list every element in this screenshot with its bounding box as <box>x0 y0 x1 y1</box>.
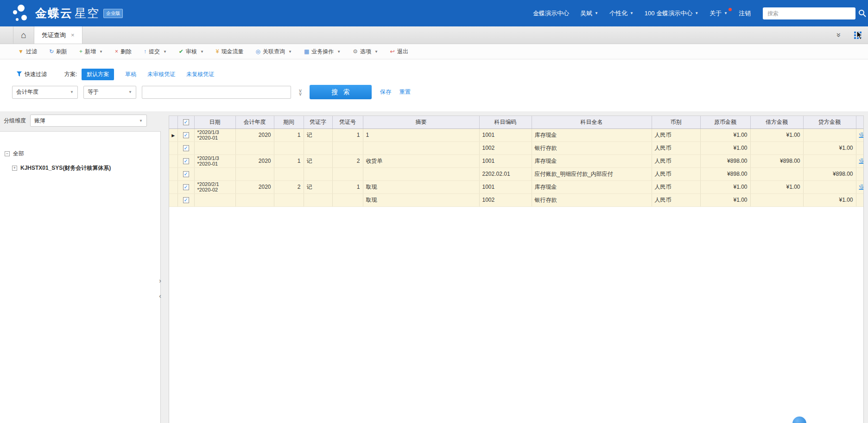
select-all-header[interactable]: ✓ <box>177 116 194 128</box>
row-indicator-cell <box>169 141 177 154</box>
home-tab[interactable]: ⌂ <box>13 26 34 44</box>
table-row[interactable]: ✓*2020/1/3*2020-0120201记2收货单1001库存现金人民币¥… <box>169 154 864 167</box>
header-nav-item[interactable]: 吴斌▼ <box>580 9 598 18</box>
row-checkbox[interactable]: ✓ <box>183 158 189 164</box>
toolbar-button-operation[interactable]: ▦业务操作▼ <box>298 48 347 56</box>
toolbar-button-delete[interactable]: ×删除 <box>109 48 138 56</box>
toolbar-button-audit[interactable]: ✔审核▼ <box>173 48 210 56</box>
group-dimension-select[interactable]: 账簿 ▼ <box>30 115 147 127</box>
toolbar-button-funnel[interactable]: ▼过滤 <box>12 48 43 56</box>
toolbar-button-label: 审核 <box>186 48 197 56</box>
cell-date <box>194 141 235 154</box>
header-nav-item[interactable]: 金蝶演示中心 <box>533 9 569 18</box>
scheme-link[interactable]: 草稿 <box>125 70 136 78</box>
tree-item-label: 全部 <box>13 150 24 158</box>
column-header[interactable]: 币别 <box>652 116 700 128</box>
row-indicator-cell <box>169 154 177 167</box>
search-icon[interactable] <box>858 9 866 17</box>
column-header[interactable]: 凭证号 <box>332 116 363 128</box>
quick-filter-link[interactable]: 快速过滤 <box>17 70 47 78</box>
column-header[interactable]: 期间 <box>274 116 304 128</box>
header-nav-item[interactable]: 注销 <box>739 9 751 18</box>
cell-fiscal-year <box>235 167 274 180</box>
column-header[interactable]: 摘要 <box>363 116 479 128</box>
panel-expand-icon[interactable]: ‹ <box>159 292 161 299</box>
apps-grid-icon[interactable] <box>854 32 862 39</box>
scheme-chip-active[interactable]: 默认方案 <box>82 69 114 80</box>
cell-debit-amount: ¥898.00 <box>750 154 803 167</box>
toolbar-button-link-search[interactable]: ◎关联查询▼ <box>250 48 298 56</box>
column-header[interactable]: 原币金额 <box>700 116 750 128</box>
column-header[interactable]: 科目全名 <box>532 116 652 128</box>
save-scheme-link[interactable]: 保存 <box>380 88 391 96</box>
tree-item[interactable]: −全部 <box>0 147 160 161</box>
table-row[interactable]: ✓*2020/2/1*2020-0220202记1取现1001库存现金人民币¥1… <box>169 180 864 193</box>
cell-account-name: 库存现金 <box>532 128 652 141</box>
toolbar-button-label: 删除 <box>120 48 132 56</box>
quick-filter-label: 快速过滤 <box>25 70 47 78</box>
tree-expander-icon[interactable]: + <box>12 166 17 171</box>
field-select[interactable]: 会计年度 ▼ <box>12 86 78 99</box>
collapse-tabs-icon[interactable]: » <box>835 33 843 37</box>
toolbar-button-submit[interactable]: ↑提交▼ <box>138 48 173 56</box>
column-header[interactable]: 会计年度 <box>235 116 274 128</box>
toolbar-button-refresh[interactable]: ↻刷新 <box>43 48 73 56</box>
toolbar-button-plus[interactable]: +新增▼ <box>73 48 109 56</box>
row-select-cell[interactable]: ✓ <box>177 141 194 154</box>
table-row[interactable]: ✓2202.02.01应付账款_明细应付款_内部应付人民币¥898.00¥898… <box>169 167 864 180</box>
column-header[interactable]: 科目编码 <box>479 116 532 128</box>
row-checkbox[interactable]: ✓ <box>183 184 189 190</box>
toolbar-button-options[interactable]: ⚙选项▼ <box>347 48 384 56</box>
select-all-checkbox[interactable]: ✓ <box>183 119 189 125</box>
row-select-cell[interactable]: ✓ <box>177 167 194 180</box>
search-button[interactable]: 搜索 <box>310 85 372 99</box>
operator-select[interactable]: 等于 ▼ <box>83 86 136 99</box>
toolbar-button-cash[interactable]: ¥现金流量 <box>210 48 250 56</box>
expand-filter-icon[interactable]: ∨∨ <box>298 89 302 96</box>
tab-close-icon[interactable]: × <box>71 32 75 38</box>
header-nav-item[interactable]: 关于▼ <box>710 9 728 18</box>
toolbar-button-exit[interactable]: ↩退出 <box>384 48 414 56</box>
cell-account-name: 银行存款 <box>532 193 652 206</box>
tree-item-label: KJHSTX01_SYS(财务会计核算体系) <box>20 164 111 172</box>
row-select-cell[interactable]: ✓ <box>177 193 194 206</box>
tree-expander-icon[interactable]: − <box>5 151 10 156</box>
column-header[interactable]: 借方金额 <box>750 116 803 128</box>
row-select-cell[interactable]: ✓ <box>177 154 194 167</box>
table-row[interactable]: ✓取现1002银行存款人民币¥1.00¥1.00 <box>169 193 864 206</box>
cell-debit-amount <box>750 141 803 154</box>
table-row[interactable]: ▶✓*2020/1/3*2020-0120201记111001库存现金人民币¥1… <box>169 128 864 141</box>
account-book-tree: −全部+KJHSTX01_SYS(财务会计核算体系) <box>0 131 161 423</box>
row-select-cell[interactable]: ✓ <box>177 180 194 193</box>
cell-period <box>274 141 304 154</box>
filter-value-input[interactable] <box>142 86 291 99</box>
clipped-link[interactable]: 业 <box>859 132 864 138</box>
voucher-table: ✓日期会计年度期间凭证字凭证号摘要科目编码科目全名币别原币金额借方金额贷方金额 … <box>169 116 864 207</box>
column-header[interactable]: 贷方金额 <box>803 116 856 128</box>
row-checkbox[interactable]: ✓ <box>183 197 189 203</box>
row-checkbox[interactable]: ✓ <box>183 132 189 138</box>
panel-collapse-icon[interactable]: › <box>159 277 161 284</box>
reset-link[interactable]: 重置 <box>399 88 411 96</box>
funnel-icon <box>17 71 22 78</box>
cell-currency: 人民币 <box>652 167 700 180</box>
row-checkbox[interactable]: ✓ <box>183 145 189 151</box>
row-select-cell[interactable]: ✓ <box>177 128 194 141</box>
cell-account-code: 1002 <box>479 193 532 206</box>
scheme-link[interactable]: 未审核凭证 <box>147 70 175 78</box>
header-nav-item[interactable]: 100 金蝶演示中心▼ <box>645 9 698 18</box>
cell-credit-amount <box>803 154 856 167</box>
column-header[interactable]: 凭证字 <box>304 116 332 128</box>
cell-fiscal-year: 2020 <box>235 154 274 167</box>
header-nav-item[interactable]: 个性化▼ <box>609 9 634 18</box>
tree-item[interactable]: +KJHSTX01_SYS(财务会计核算体系) <box>0 161 160 175</box>
table-row[interactable]: ✓1002银行存款人民币¥1.00¥1.00 <box>169 141 864 154</box>
tab-voucher-query[interactable]: 凭证查询 × <box>34 26 82 44</box>
scheme-link[interactable]: 未复核凭证 <box>186 70 214 78</box>
global-search-input[interactable] <box>763 7 855 19</box>
row-checkbox[interactable]: ✓ <box>183 171 189 177</box>
cell-original-amount: ¥1.00 <box>700 193 750 206</box>
clipped-link[interactable]: 业 <box>859 184 864 190</box>
column-header[interactable]: 日期 <box>194 116 235 128</box>
clipped-link[interactable]: 业 <box>859 158 864 164</box>
